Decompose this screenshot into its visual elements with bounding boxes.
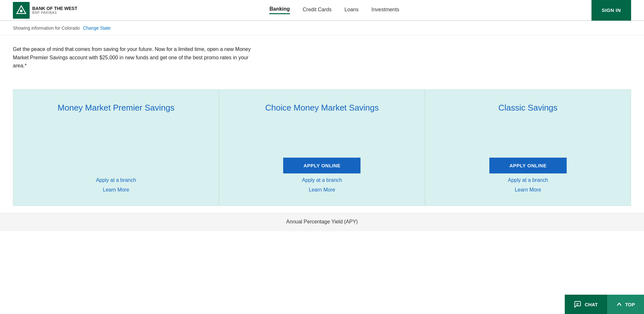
card-classic-savings: Classic Savings APPLY ONLINE Apply at a …	[425, 90, 631, 206]
nav-credit-cards[interactable]: Credit Cards	[303, 7, 332, 14]
sign-in-button[interactable]: SIGN IN	[591, 0, 631, 21]
svg-point-2	[20, 10, 23, 12]
bottom-apy-bar: Annual Percentage Yield (APY)	[0, 212, 644, 231]
apply-online-button-choice[interactable]: APPLY ONLINE	[283, 158, 360, 173]
logo-area: BANK OF THE WEST BNP PARIBAS	[13, 2, 77, 19]
learn-more-link-premier[interactable]: Learn More	[103, 187, 129, 193]
site-header: BANK OF THE WEST BNP PARIBAS Banking Cre…	[0, 0, 644, 21]
apply-at-branch-link-premier[interactable]: Apply at a branch	[96, 177, 136, 183]
learn-more-link-classic[interactable]: Learn More	[515, 187, 541, 193]
card-actions-classic-savings: APPLY ONLINE Apply at a branch Learn Mor…	[489, 158, 567, 193]
card-title-choice-money-market: Choice Money Market Savings	[265, 103, 379, 113]
apply-online-button-classic[interactable]: APPLY ONLINE	[489, 158, 567, 173]
card-actions-money-market-premier: Apply at a branch Learn More	[96, 177, 136, 193]
cards-container: Money Market Premier Savings Apply at a …	[13, 89, 631, 206]
apply-at-branch-link-classic[interactable]: Apply at a branch	[508, 177, 548, 183]
intro-section: Get the peace of mind that comes from sa…	[0, 35, 264, 89]
main-nav: Banking Credit Cards Loans Investments	[269, 6, 399, 14]
nav-banking[interactable]: Banking	[269, 6, 290, 14]
state-bar: Showing information for Colorado Change …	[0, 21, 644, 35]
logo-text: BANK OF THE WEST BNP PARIBAS	[32, 6, 77, 15]
apy-label: Annual Percentage Yield (APY)	[286, 219, 358, 224]
apply-at-branch-link-choice[interactable]: Apply at a branch	[302, 177, 342, 183]
card-money-market-premier: Money Market Premier Savings Apply at a …	[13, 90, 219, 206]
logo-box	[13, 2, 30, 19]
change-state-link[interactable]: Change State	[83, 25, 111, 31]
nav-investments[interactable]: Investments	[371, 7, 399, 14]
card-actions-choice-money-market: APPLY ONLINE Apply at a branch Learn Mor…	[283, 158, 360, 193]
intro-text: Get the peace of mind that comes from sa…	[13, 45, 251, 70]
logo-icon	[15, 5, 27, 16]
card-title-classic-savings: Classic Savings	[498, 103, 558, 113]
card-title-money-market-premier: Money Market Premier Savings	[58, 103, 175, 113]
state-showing-text: Showing information for Colorado	[13, 25, 80, 31]
learn-more-link-choice[interactable]: Learn More	[309, 187, 335, 193]
card-choice-money-market: Choice Money Market Savings APPLY ONLINE…	[219, 90, 425, 206]
nav-loans[interactable]: Loans	[344, 7, 359, 14]
